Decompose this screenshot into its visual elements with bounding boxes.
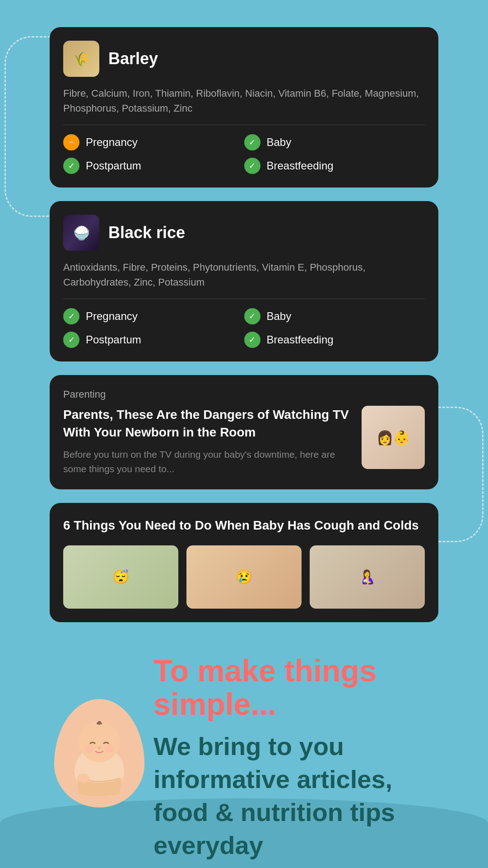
check-icon-3: ✓ <box>249 161 256 171</box>
baby-check-icon: ✓ <box>244 134 260 150</box>
promo-text: To make things simple... We bring to you… <box>149 654 429 862</box>
rice-tag-baby: ✓ Baby <box>244 308 425 324</box>
check-icon-4: ✓ <box>68 311 75 321</box>
svg-point-5 <box>98 721 101 725</box>
article-thumbnail: 👩‍👶 <box>362 406 425 469</box>
rice-tag-postpartum: ✓ Postpartum <box>63 332 244 348</box>
minus-icon: − <box>69 138 74 147</box>
baby-care-icon: 🤱 <box>310 545 425 609</box>
baby-sleeping-icon: 😴 <box>63 545 178 609</box>
barley-image-icon: 🌾 <box>63 41 99 77</box>
barley-nutrients: Fibre, Calcium, Iron, Thiamin, Riboflavi… <box>63 86 425 125</box>
rice-breastfeeding-check-icon: ✓ <box>244 332 260 348</box>
promo-body: We bring to you informative articles, fo… <box>153 730 429 862</box>
black-rice-image: 🍚 <box>63 215 99 251</box>
barley-tags: − Pregnancy ✓ Baby ✓ Postpartum ✓ <box>63 134 425 174</box>
baby-image-3: 🤱 <box>310 545 425 609</box>
article-body: Parents, These Are the Dangers of Watchi… <box>63 406 425 476</box>
breastfeeding-check-icon: ✓ <box>244 158 260 174</box>
rice-tag-pregnancy: ✓ Pregnancy <box>63 308 244 324</box>
promo-headline: To make things simple... <box>153 654 429 722</box>
promo-section: To make things simple... We bring to you… <box>50 636 438 868</box>
barley-tag-postpartum: ✓ Postpartum <box>63 158 244 174</box>
rice-postpartum-label: Postpartum <box>86 333 141 346</box>
article-text: Parents, These Are the Dangers of Watchi… <box>63 406 353 476</box>
rice-baby-label: Baby <box>267 310 292 323</box>
check-icon-7: ✓ <box>249 335 256 345</box>
barley-card: 🌾 Barley Fibre, Calcium, Iron, Thiamin, … <box>50 27 438 188</box>
rice-breastfeeding-label: Breastfeeding <box>267 333 334 346</box>
barley-card-header: 🌾 Barley <box>63 41 425 77</box>
multi-article-images: 😴 😢 🤱 <box>63 545 425 609</box>
multi-article-card[interactable]: 6 Things You Need to Do When Baby Has Co… <box>50 503 438 622</box>
barley-image: 🌾 <box>63 41 99 77</box>
svg-point-1 <box>79 722 120 762</box>
svg-point-3 <box>85 744 94 753</box>
rice-baby-check-icon: ✓ <box>244 308 260 324</box>
rice-pregnancy-label: Pregnancy <box>86 310 138 323</box>
rice-postpartum-check-icon: ✓ <box>63 332 79 348</box>
svg-point-6 <box>77 774 90 783</box>
postpartum-check-icon: ✓ <box>63 158 79 174</box>
black-rice-title: Black rice <box>108 223 185 242</box>
article-thumb-icon: 👩‍👶 <box>362 406 425 469</box>
rice-pregnancy-check-icon: ✓ <box>63 308 79 324</box>
check-icon-5: ✓ <box>249 311 256 321</box>
check-icon-2: ✓ <box>68 161 75 171</box>
barley-title: Barley <box>108 49 158 68</box>
svg-point-4 <box>105 744 114 753</box>
black-rice-nutrients: Antioxidants, Fibre, Proteins, Phytonutr… <box>63 260 425 299</box>
article-title: Parents, These Are the Dangers of Watchi… <box>63 406 353 441</box>
black-rice-tags: ✓ Pregnancy ✓ Baby ✓ Postpartum ✓ <box>63 308 425 348</box>
baby-image-2: 😢 <box>186 545 302 609</box>
rice-tag-breastfeeding: ✓ Breastfeeding <box>244 332 425 348</box>
article-category: Parenting <box>63 389 425 400</box>
black-rice-card: 🍚 Black rice Antioxidants, Fibre, Protei… <box>50 201 438 361</box>
barley-tag-breastfeeding: ✓ Breastfeeding <box>244 158 425 174</box>
baby-egg-shape <box>54 699 144 807</box>
black-rice-card-header: 🍚 Black rice <box>63 215 425 251</box>
baby-illustration <box>50 681 149 807</box>
multi-article-title: 6 Things You Need to Do When Baby Has Co… <box>63 516 425 534</box>
baby-crying-icon: 😢 <box>186 545 302 609</box>
breastfeeding-label: Breastfeeding <box>267 160 334 172</box>
barley-tag-baby: ✓ Baby <box>244 134 425 150</box>
check-icon: ✓ <box>249 137 256 147</box>
pregnancy-label: Pregnancy <box>86 136 138 149</box>
check-icon-6: ✓ <box>68 335 75 345</box>
baby-image-1: 😴 <box>63 545 178 609</box>
baby-label: Baby <box>267 136 292 149</box>
article-card-tv[interactable]: Parenting Parents, These Are the Dangers… <box>50 375 438 489</box>
svg-point-2 <box>98 746 101 749</box>
pregnancy-icon: − <box>63 134 79 150</box>
barley-tag-pregnancy: − Pregnancy <box>63 134 244 150</box>
article-excerpt: Before you turn on the TV during your ba… <box>63 447 353 476</box>
rice-image-icon: 🍚 <box>63 215 99 251</box>
postpartum-label: Postpartum <box>86 160 141 172</box>
baby-svg <box>63 708 135 798</box>
